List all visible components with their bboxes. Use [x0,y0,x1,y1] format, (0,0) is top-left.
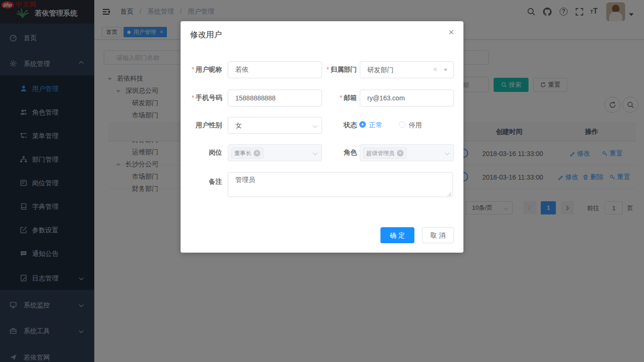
label-text: 岗位 [209,148,222,156]
phone-input[interactable] [228,90,322,107]
role-select[interactable]: 超级管理员 × [360,144,454,161]
radio-label-normal[interactable]: 正常 [369,121,382,130]
label-text: 手机号码 [196,94,222,101]
gender-value: 女 [235,122,242,130]
field-label-status: 状态 [316,121,357,130]
dept-treeselect[interactable]: 研发部门 × [360,61,454,78]
required-asterisk: * [192,66,194,73]
chevron-down-icon [445,151,450,156]
radio-status-normal[interactable] [359,121,366,128]
role-tag-label: 超级管理员 [366,149,395,157]
tag-close-icon[interactable]: × [254,150,260,156]
select-arrow-icon [444,69,447,71]
field-label-gender: 用户性别 [181,121,222,130]
nickname-input[interactable] [228,61,322,78]
required-asterisk: * [340,94,342,101]
tag-close-icon[interactable]: × [397,150,404,156]
resize-handle[interactable] [447,192,451,196]
confirm-button[interactable]: 确 定 [380,227,414,243]
role-tag: 超级管理员 × [363,148,407,159]
remark-textarea[interactable]: 管理员 [228,172,453,197]
dept-value: 研发部门 [367,66,394,74]
edit-user-dialog: 修改用户 × *用户昵称 *归属部门 研发部门 × *手机号码 *邮箱 用户性别… [181,21,463,253]
clear-icon[interactable]: × [433,66,437,73]
label-text: 用户昵称 [196,66,222,73]
field-label-post: 岗位 [181,148,222,157]
field-label-phone: *手机号码 [181,94,222,102]
label-text: 备注 [209,178,222,185]
gender-select[interactable]: 女 [228,117,322,134]
dialog-title: 修改用户 [190,29,222,40]
close-icon[interactable]: × [448,27,454,38]
post-tag-label: 董事长 [234,149,251,157]
radio-status-disabled[interactable] [399,121,405,128]
field-label-role: 角色 [316,148,357,157]
field-label-email: *邮箱 [316,94,357,102]
app: php 中文网 若依管理系统 首页 [0,0,644,362]
cancel-button[interactable]: 取 消 [422,227,454,243]
required-asterisk: * [327,66,329,73]
label-text: 归属部门 [330,66,357,73]
label-text: 角色 [344,148,357,156]
label-text: 用户性别 [196,121,222,129]
post-tag: 董事长 × [231,148,264,159]
field-label-remark: 备注 [181,178,222,186]
post-select[interactable]: 董事长 × [228,144,322,161]
email-input[interactable] [360,90,454,107]
field-label-dept: *归属部门 [316,66,357,74]
required-asterisk: * [192,94,194,101]
radio-label-disabled[interactable]: 停用 [409,121,422,130]
label-text: 邮箱 [344,94,357,101]
field-label-nickname: *用户昵称 [181,66,222,74]
label-text: 状态 [344,121,357,129]
